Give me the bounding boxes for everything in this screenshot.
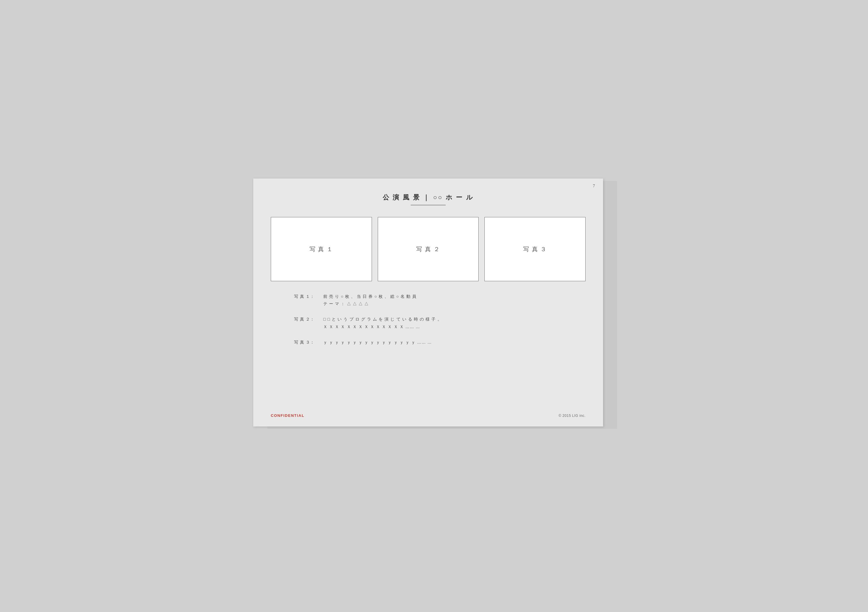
photos-row: 写 真 １ 写 真 ２ 写 真 ３ [271, 217, 586, 281]
desc-label-2: 写 真 ２： [294, 315, 323, 330]
copyright-label: © 2015 LIG inc. [558, 414, 586, 418]
header-divider [411, 205, 446, 205]
photo-label-2: 写 真 ２ [416, 245, 440, 253]
slide-title: 公 演 風 景 ｜ ○○ ホ ー ル [271, 193, 586, 202]
slide-page: 7 公 演 風 景 ｜ ○○ ホ ー ル 写 真 １ 写 真 ２ 写 真 ３ 写… [253, 179, 603, 427]
description-item-3: 写 真 ３： ｙ ｙ ｙ ｙ ｙ ｙ ｙ ｙ ｙ ｙ ｙ ｙ ｙ ｙ ｙ ｙ …… [294, 339, 586, 346]
description-item-2: 写 真 ２： □ □ と い う プ ロ グ ラ ム を 演 じ て い る 時… [294, 315, 586, 330]
photo-box-3: 写 真 ３ [484, 217, 586, 281]
desc-line-2-1: Ｘ Ｘ Ｘ Ｘ Ｘ Ｘ Ｘ Ｘ Ｘ Ｘ Ｘ Ｘ Ｘ Ｘ …… … [323, 323, 442, 331]
photo-box-2: 写 真 ２ [378, 217, 479, 281]
page-number: 7 [593, 184, 595, 188]
slide-footer: CONFIDENTIAL © 2015 LIG inc. [271, 413, 586, 418]
photo-label-1: 写 真 １ [310, 245, 333, 253]
desc-label-3: 写 真 ３： [294, 339, 323, 346]
desc-line-1-0: 前 売 り ○ 枚 、 当 日 券 ○ 枚 、 総 ○ 名 動 員 [323, 293, 417, 300]
descriptions-section: 写 真 １： 前 売 り ○ 枚 、 当 日 券 ○ 枚 、 総 ○ 名 動 員… [271, 293, 586, 346]
desc-content-3: ｙ ｙ ｙ ｙ ｙ ｙ ｙ ｙ ｙ ｙ ｙ ｙ ｙ ｙ ｙ ｙ …… … [323, 339, 432, 346]
description-item-1: 写 真 １： 前 売 り ○ 枚 、 当 日 券 ○ 枚 、 総 ○ 名 動 員… [294, 293, 586, 308]
desc-line-1-1: テ ー マ ： △ △ △ △ [323, 300, 417, 308]
desc-label-1: 写 真 １： [294, 293, 323, 308]
photo-box-1: 写 真 １ [271, 217, 372, 281]
desc-line-2-0: □ □ と い う プ ロ グ ラ ム を 演 じ て い る 時 の 様 子 … [323, 315, 442, 323]
photo-label-3: 写 真 ３ [523, 245, 547, 253]
slide-header: 公 演 風 景 ｜ ○○ ホ ー ル [271, 193, 586, 205]
confidential-label: CONFIDENTIAL [271, 413, 305, 418]
desc-line-3-0: ｙ ｙ ｙ ｙ ｙ ｙ ｙ ｙ ｙ ｙ ｙ ｙ ｙ ｙ ｙ ｙ …… … [323, 339, 432, 346]
desc-content-2: □ □ と い う プ ロ グ ラ ム を 演 じ て い る 時 の 様 子 … [323, 315, 442, 330]
desc-content-1: 前 売 り ○ 枚 、 当 日 券 ○ 枚 、 総 ○ 名 動 員 テ ー マ … [323, 293, 417, 308]
page-wrapper: 7 公 演 風 景 ｜ ○○ ホ ー ル 写 真 １ 写 真 ２ 写 真 ３ 写… [253, 179, 615, 433]
